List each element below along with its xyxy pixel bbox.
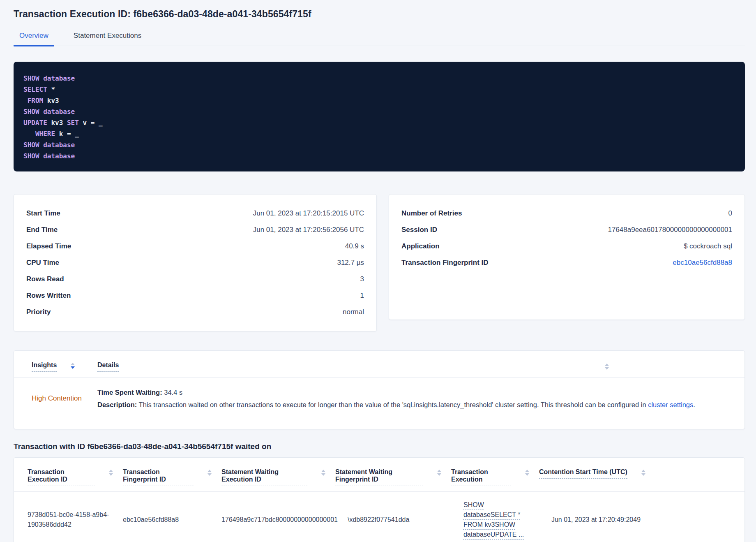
cell-value-transaction-execution-id: 9738d051-bc0e-4158-a9b4-1903586ddd42 <box>28 511 109 528</box>
session-id-label: Session ID <box>401 226 437 234</box>
sql-text <box>23 130 35 138</box>
transaction-fingerprint-id-link[interactable]: ebc10ae56cfd88a8 <box>673 259 732 267</box>
end-time-value: Jun 01, 2023 at 17:20:56:2056 UTC <box>253 226 364 234</box>
cluster-settings-link[interactable]: cluster settings <box>648 401 693 408</box>
sort-icon <box>207 470 212 476</box>
sql-keyword: SET <box>67 119 79 127</box>
application-value: $ cockroach sql <box>684 242 732 250</box>
tab-bar: Overview Statement Executions <box>14 32 745 46</box>
sql-statements-box: SHOW databaseSELECT * FROM kv3SHOW datab… <box>14 62 745 171</box>
sql-text: v = _ <box>79 119 103 127</box>
sql-line: SELECT * <box>23 84 735 95</box>
sort-icon <box>525 470 529 476</box>
elapsed-time-label: Elapsed Time <box>26 242 71 250</box>
cell-contention-start-time: Jun 01, 2023 at 17:20:49:2049 <box>551 515 736 525</box>
waited-on-table-header: Transaction Execution IDTransaction Fing… <box>14 458 744 492</box>
details-column-label: Details <box>97 361 119 372</box>
sql-line: UPDATE kv3 SET v = _ <box>23 117 735 128</box>
transaction-summary-card: Start TimeJun 01, 2023 at 17:20:15:2015 … <box>14 194 377 331</box>
sort-icon <box>109 470 113 476</box>
column-label-transaction-fingerprint-id: Transaction Fingerprint ID <box>123 468 194 486</box>
sort-icon <box>437 470 441 476</box>
sql-keyword: SELECT <box>23 86 47 93</box>
column-header-statement-waiting-execution-id[interactable]: Statement Waiting Execution ID <box>221 468 335 486</box>
kv-row-priority: Prioritynormal <box>26 304 364 320</box>
column-header-statement-waiting-fingerprint-id[interactable]: Statement Waiting Fingerprint ID <box>335 468 451 486</box>
column-label-contention-start-time: Contention Start Time (UTC) <box>539 468 627 479</box>
cell-statement-waiting-fingerprint-id: \xdb8922f077541dda <box>348 515 463 525</box>
transaction-execution-link[interactable]: SHOW databaseSELECT * FROM kv3SHOW datab… <box>463 500 534 540</box>
column-label-statement-waiting-fingerprint-id: Statement Waiting Fingerprint ID <box>335 468 423 486</box>
kv-row-transaction-fingerprint-id: Transaction Fingerprint IDebc10ae56cfd88… <box>401 255 732 271</box>
waited-on-table-row: 9738d051-bc0e-4158-a9b4-1903586ddd42ebc1… <box>14 492 744 542</box>
insight-row: High Contention Time Spent Waiting: 34.4… <box>14 378 744 420</box>
insight-description: Description: This transaction waited on … <box>97 399 695 410</box>
cell-transaction-execution: SHOW databaseSELECT * FROM kv3SHOW datab… <box>463 500 551 540</box>
transaction-meta-card: Number of Retries0Session ID17648a9eea60… <box>389 194 745 320</box>
sql-keyword: FROM <box>28 97 44 104</box>
rows-read-label: Rows Read <box>26 275 64 283</box>
column-header-contention-start-time[interactable]: Contention Start Time (UTC) <box>539 468 736 479</box>
column-header-transaction-execution[interactable]: Transaction Execution <box>451 468 539 486</box>
cpu-time-label: CPU Time <box>26 259 59 267</box>
column-header-transaction-execution-id[interactable]: Transaction Execution ID <box>28 468 123 486</box>
number-of-retries-label: Number of Retries <box>401 209 462 218</box>
number-of-retries-value: 0 <box>728 209 732 218</box>
description-text: This transaction waited on other transac… <box>137 401 648 408</box>
cell-value-statement-waiting-fingerprint-id: \xdb8922f077541dda <box>348 516 409 523</box>
sql-keyword: SHOW database <box>23 74 75 82</box>
cpu-time-value: 312.7 µs <box>337 259 364 267</box>
end-time-label: End Time <box>26 226 58 234</box>
cell-value-statement-waiting-execution-id: 176498a9c717bdc80000000000000001 <box>221 516 338 523</box>
insights-column-label: Insights <box>32 361 57 372</box>
sql-keyword: WHERE <box>35 130 55 138</box>
description-label: Description: <box>97 401 137 408</box>
tab-statement-executions[interactable]: Statement Executions <box>68 32 147 46</box>
time-spent-waiting: Time Spent Waiting: 34.4 s <box>97 387 695 398</box>
insights-table-card: Insights Details High Contention Time Sp… <box>14 350 745 429</box>
cell-transaction-execution-id: 9738d051-bc0e-4158-a9b4-1903586ddd42 <box>28 510 123 530</box>
kv-row-cpu-time: CPU Time312.7 µs <box>26 255 364 271</box>
kv-row-start-time: Start TimeJun 01, 2023 at 17:20:15:2015 … <box>26 205 364 222</box>
application-label: Application <box>401 242 440 250</box>
sql-line: SHOW database <box>23 151 735 162</box>
sql-text: * <box>47 86 55 93</box>
sql-text <box>23 97 28 104</box>
column-label-transaction-execution-id: Transaction Execution ID <box>28 468 95 486</box>
start-time-value: Jun 01, 2023 at 17:20:15:2015 UTC <box>253 209 364 218</box>
priority-label: Priority <box>26 308 51 316</box>
sql-keyword: SHOW database <box>23 141 75 149</box>
insights-column-header[interactable]: Insights <box>32 361 97 372</box>
column-label-statement-waiting-execution-id: Statement Waiting Execution ID <box>221 468 307 486</box>
time-spent-waiting-label: Time Spent Waiting: <box>97 389 162 396</box>
kv-row-number-of-retries: Number of Retries0 <box>401 205 732 222</box>
kv-row-rows-read: Rows Read3 <box>26 271 364 287</box>
kv-row-session-id: Session ID17648a9eea60178000000000000000… <box>401 222 732 238</box>
sql-text: kv3 <box>47 119 67 127</box>
sql-keyword: SHOW database <box>23 108 75 116</box>
time-spent-waiting-value: 34.4 s <box>162 389 183 396</box>
sql-line: FROM kv3 <box>23 95 735 106</box>
kv-row-rows-written: Rows Written1 <box>26 287 364 304</box>
transaction-fingerprint-id-label: Transaction Fingerprint ID <box>401 259 489 267</box>
sql-keyword: UPDATE <box>23 119 47 127</box>
sort-icon[interactable] <box>605 364 609 370</box>
tab-overview[interactable]: Overview <box>14 32 54 46</box>
column-label-transaction-execution: Transaction Execution <box>451 468 511 486</box>
kv-row-end-time: End TimeJun 01, 2023 at 17:20:56:2056 UT… <box>26 222 364 238</box>
sql-text: k = _ <box>55 130 79 138</box>
waited-on-heading: Transaction with ID f6be6366-da03-48de-a… <box>14 442 745 451</box>
description-suffix: . <box>693 401 695 408</box>
rows-written-value: 1 <box>360 292 364 300</box>
column-header-transaction-fingerprint-id[interactable]: Transaction Fingerprint ID <box>123 468 221 486</box>
cell-value-transaction-fingerprint-id: ebc10ae56cfd88a8 <box>123 516 179 523</box>
sort-icon <box>321 470 325 476</box>
details-column-header[interactable]: Details <box>97 361 119 372</box>
sort-icon <box>641 470 645 476</box>
cell-value-contention-start-time: Jun 01, 2023 at 17:20:49:2049 <box>551 516 641 523</box>
cell-transaction-fingerprint-id: ebc10ae56cfd88a8 <box>123 515 221 525</box>
page-title: Transaction Execution ID: f6be6366-da03-… <box>14 0 745 20</box>
insights-table-header: Insights Details <box>14 351 744 378</box>
insight-details: Time Spent Waiting: 34.4 s Description: … <box>97 387 695 410</box>
summary-cards-row: Start TimeJun 01, 2023 at 17:20:15:2015 … <box>14 194 745 331</box>
